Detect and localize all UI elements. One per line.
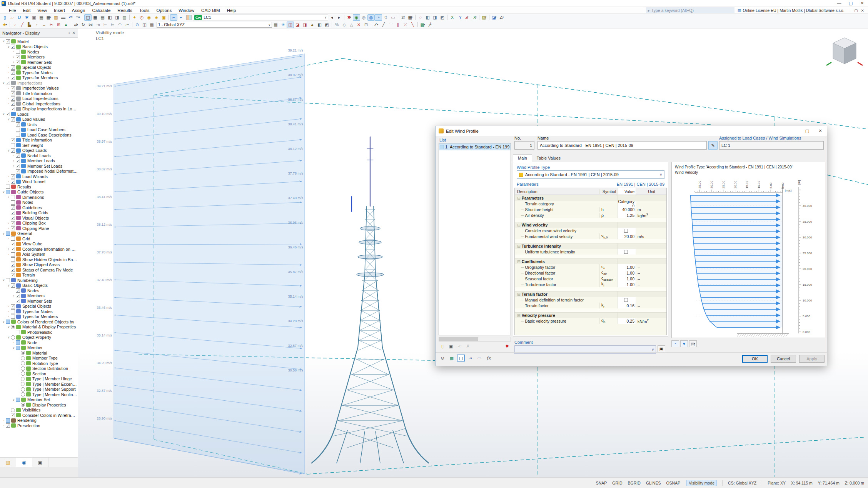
tree-item-units[interactable]: ✓Units (0, 122, 78, 127)
radio-button[interactable] (21, 377, 25, 381)
checkbox[interactable] (16, 128, 20, 132)
checkbox[interactable]: ✓ (11, 107, 15, 111)
group-row-velocity-pressure[interactable]: ⊟Velocity pressure (515, 312, 666, 318)
expander-icon[interactable]: › (7, 180, 11, 183)
redo-icon[interactable]: ↷▾ (74, 14, 82, 21)
checkbox[interactable]: ✓ (11, 148, 15, 153)
expander-icon[interactable]: › (7, 195, 11, 199)
value-checkbox[interactable] (624, 229, 628, 233)
checkbox[interactable] (11, 309, 15, 313)
radio-button[interactable] (21, 356, 25, 360)
loads-to-members-icon[interactable]: ⇄ (399, 14, 407, 21)
tree-item-material-display-properties[interactable]: ∨Material & Display Properties (0, 325, 78, 330)
menu-help[interactable]: Help (224, 7, 240, 13)
tree-item-member-sets[interactable]: ✓Member Sets (0, 298, 78, 304)
checkbox[interactable]: ✓ (6, 81, 10, 85)
expander-icon[interactable]: ∨ (2, 190, 6, 194)
wind-simulation-icon[interactable]: ⌐ (177, 14, 185, 21)
group-row-terrain-factor[interactable]: ⊟Terrain factor (515, 291, 666, 297)
tree-item-global-imperfections[interactable]: ›✓Global Imperfections (0, 101, 78, 107)
tree-item-type-member-hinge[interactable]: Type | Member Hinge (0, 376, 78, 382)
expander-icon[interactable]: › (12, 50, 16, 53)
tree-item-visibilities[interactable]: Visibilities (0, 408, 78, 413)
menu-window[interactable]: Window (175, 7, 198, 13)
delete-entry-icon[interactable]: ✖ (503, 343, 511, 350)
standard-link[interactable]: EN 1991 | CEN | 2015-09 (517, 182, 664, 187)
display-screen-icon[interactable]: ▭ (476, 355, 483, 361)
calculator-icon[interactable]: ▦ (272, 22, 279, 28)
expander-icon[interactable]: ∨ (7, 149, 11, 152)
rename-icon[interactable]: ✎ (708, 141, 718, 150)
expander-icon[interactable]: › (7, 315, 11, 318)
work-plane-label[interactable]: Plane: XY (768, 481, 786, 485)
expander-icon[interactable]: ∨ (2, 81, 6, 85)
value-checkbox[interactable] (624, 250, 628, 254)
checkbox[interactable]: ✓ (11, 413, 15, 417)
checkbox[interactable]: ✓ (11, 102, 15, 106)
render-mode-icon[interactable]: ◪▾ (491, 14, 498, 21)
checkbox[interactable]: ✓ (11, 91, 15, 95)
checkbox[interactable]: ✓ (16, 288, 20, 293)
tree-item-member-type[interactable]: Member Type (0, 356, 78, 361)
comment-copy-icon[interactable]: ▣ (658, 345, 665, 352)
tree-item-member-sets[interactable]: ›✓Member Sets (0, 60, 78, 65)
checkbox[interactable] (6, 278, 10, 282)
connect-members-icon[interactable]: ⊞ (55, 22, 62, 28)
radio-button[interactable] (21, 382, 25, 386)
open-model-icon[interactable]: ▱ (8, 14, 16, 21)
tab-main[interactable]: Main (513, 154, 532, 162)
name-field[interactable]: According to Standard - EN 1991 | CEN | … (537, 141, 707, 150)
sketch-view-icon[interactable]: ▨▾ (481, 14, 488, 21)
no-results-icon[interactable]: ◌ (417, 14, 424, 21)
dlubal-center-icon[interactable]: D (16, 14, 23, 21)
tab-project-navigator[interactable]: ▧ (0, 458, 16, 467)
tree-item-special-objects[interactable]: ›✓Special Objects (0, 304, 78, 309)
view-select[interactable]: 1 - Global XYZ∨ (157, 22, 272, 28)
view-z-icon[interactable]: Z▾ (463, 14, 471, 21)
tree-item-section[interactable]: Section (0, 371, 78, 376)
checkbox[interactable]: ✓ (11, 70, 15, 75)
radio-button[interactable] (21, 387, 25, 391)
tree-item-general[interactable]: ∨General (0, 231, 78, 237)
show-titles-icon[interactable]: ▭ (389, 14, 397, 21)
member-eccentricities-icon[interactable]: ↔ (40, 22, 48, 28)
checkbox[interactable]: ✓ (11, 97, 15, 101)
toggle-snap[interactable]: SNAP (595, 480, 608, 486)
tree-item-coordinate-information-on-cursor[interactable]: ›✓Coordinate Information on Cursor (0, 246, 78, 252)
tree-item-types-for-members[interactable]: ›✓Types for Members (0, 75, 78, 81)
checkbox[interactable]: ✓ (16, 122, 20, 127)
expander-icon[interactable]: ∨ (2, 232, 6, 235)
tree-item-members[interactable]: ›✓Members (0, 55, 78, 60)
radio-button[interactable] (21, 392, 25, 396)
tree-item-nodal-loads[interactable]: ›✓Nodal Loads (0, 153, 78, 158)
tangent-icon[interactable]: ╲ (409, 22, 416, 28)
checkbox[interactable]: ✓ (6, 39, 10, 43)
tree-item-dimensions[interactable]: ›Dimensions (0, 195, 78, 200)
checkbox[interactable]: ✓ (11, 268, 15, 272)
mdi-window-controls[interactable]: –▢✕ (848, 8, 866, 13)
expander-icon[interactable]: ∨ (12, 346, 16, 350)
table-view-icon[interactable]: ◧ (106, 14, 114, 21)
units-settings-icon[interactable]: ▦ (448, 355, 456, 361)
expander-icon[interactable]: › (7, 253, 11, 256)
checkbox[interactable] (6, 190, 10, 194)
tree-item-basic-objects[interactable]: ∨✓Basic Objects (0, 44, 78, 50)
expander-icon[interactable]: › (7, 175, 11, 178)
radio-button[interactable] (21, 351, 25, 355)
parallel-icon[interactable]: ∥ (394, 22, 402, 28)
search-input[interactable]: ▸ Type a keyword (Alt+Q) (646, 7, 734, 13)
load-table-icon[interactable]: ▣ (160, 14, 167, 21)
checkbox[interactable] (6, 232, 10, 236)
view-minus-y-icon[interactable]: -Y (456, 14, 463, 21)
screenshot-icon[interactable]: ▣ (30, 14, 38, 21)
expander-icon[interactable]: › (7, 310, 11, 313)
tree-item-status-of-camera-fly-mode[interactable]: ✓Status of Camera Fly Mode (0, 267, 78, 273)
tree-item-section-distribution[interactable]: Section Distribution (0, 366, 78, 371)
save-icon[interactable]: ▤ (38, 14, 45, 21)
tree-item-numbering[interactable]: ∨Numbering (0, 278, 78, 283)
tree-item-terrain[interactable]: ✓Terrain (0, 273, 78, 278)
expander-icon[interactable]: › (7, 222, 11, 225)
checkbox[interactable]: ✓ (11, 180, 15, 184)
expander-icon[interactable]: ∨ (7, 284, 11, 287)
checkbox[interactable]: ✓ (16, 164, 20, 168)
